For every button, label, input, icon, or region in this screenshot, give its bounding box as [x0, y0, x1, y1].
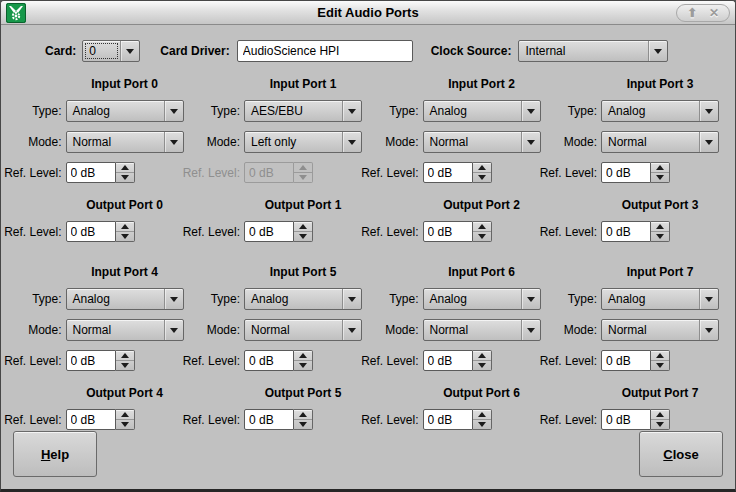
- spin-down-icon[interactable]: [651, 232, 669, 241]
- type-select[interactable]: Analog: [601, 288, 719, 310]
- spin-down-icon[interactable]: [473, 232, 491, 241]
- spin-down-icon[interactable]: [116, 173, 134, 182]
- chevron-down-icon[interactable]: [699, 289, 718, 309]
- shade-window-icon[interactable]: ⬆: [683, 5, 701, 21]
- spin-up-icon[interactable]: [294, 410, 312, 420]
- ref-level-input[interactable]: [423, 409, 473, 430]
- spin-down-icon[interactable]: [294, 361, 312, 370]
- chevron-down-icon[interactable]: [164, 289, 183, 309]
- chevron-down-icon[interactable]: [164, 101, 183, 121]
- spin-up-icon[interactable]: [651, 222, 669, 232]
- ref-level-input[interactable]: [423, 221, 473, 242]
- spin-up-icon[interactable]: [651, 351, 669, 361]
- type-select[interactable]: Analog: [601, 100, 719, 122]
- spin-up-icon[interactable]: [294, 351, 312, 361]
- type-select[interactable]: Analog: [423, 288, 541, 310]
- ref-level-input[interactable]: [601, 350, 651, 371]
- ref-level-input[interactable]: [423, 350, 473, 371]
- ref-level-input[interactable]: [66, 409, 116, 430]
- ref-level-input[interactable]: [244, 350, 294, 371]
- ref-level-input[interactable]: [66, 162, 116, 183]
- type-select[interactable]: Analog: [423, 100, 541, 122]
- mode-select[interactable]: Normal: [601, 319, 719, 341]
- card-settings-row: Card: 0 Card Driver: Clock Source: Inter…: [15, 39, 721, 63]
- chevron-down-icon[interactable]: [699, 101, 718, 121]
- spin-down-icon[interactable]: [651, 173, 669, 182]
- spin-up-icon[interactable]: [651, 163, 669, 173]
- spin-up-icon[interactable]: [116, 351, 134, 361]
- spin-down-icon[interactable]: [473, 173, 491, 182]
- ref-level-input[interactable]: [601, 221, 651, 242]
- chevron-down-icon[interactable]: [342, 289, 361, 309]
- ref-level-input[interactable]: [423, 162, 473, 183]
- input-port-2-panel: Input Port 2 Type: Analog Mode: Normal R…: [368, 77, 547, 183]
- ref-level-label: Ref. Level:: [361, 225, 418, 239]
- spin-up-icon[interactable]: [473, 222, 491, 232]
- titlebar[interactable]: Edit Audio Ports ⬆ ✕: [1, 1, 735, 25]
- close-window-icon[interactable]: ✕: [705, 5, 723, 21]
- input-port-6-panel: Input Port 6 Type: Analog Mode: Normal R…: [368, 265, 547, 371]
- ref-level-input[interactable]: [244, 409, 294, 430]
- ref-level-input[interactable]: [66, 221, 116, 242]
- mode-select[interactable]: Normal: [66, 131, 184, 153]
- chevron-down-icon[interactable]: [699, 320, 718, 340]
- type-select[interactable]: Analog: [66, 100, 184, 122]
- spin-up-icon[interactable]: [473, 163, 491, 173]
- spin-down-icon[interactable]: [294, 420, 312, 429]
- type-select[interactable]: Analog: [244, 288, 362, 310]
- spin-down-icon[interactable]: [651, 420, 669, 429]
- chevron-down-icon[interactable]: [521, 132, 540, 152]
- chevron-down-icon[interactable]: [521, 101, 540, 121]
- type-label: Type:: [211, 292, 240, 306]
- spin-down-icon[interactable]: [116, 232, 134, 241]
- chevron-down-icon[interactable]: [120, 41, 139, 61]
- spin-down-icon[interactable]: [473, 361, 491, 370]
- port-title: Output Port 6: [443, 386, 520, 400]
- spin-up-icon[interactable]: [116, 163, 134, 173]
- mode-select[interactable]: Normal: [423, 131, 541, 153]
- spin-down-icon[interactable]: [651, 361, 669, 370]
- chevron-down-icon[interactable]: [164, 132, 183, 152]
- card-driver-input[interactable]: [237, 40, 413, 62]
- type-select[interactable]: Analog: [66, 288, 184, 310]
- port-title: Input Port 4: [91, 265, 158, 279]
- chevron-down-icon[interactable]: [342, 132, 361, 152]
- clock-source-select[interactable]: Internal: [518, 40, 668, 62]
- port-title: Output Port 0: [86, 198, 163, 212]
- spin-up-icon[interactable]: [294, 222, 312, 232]
- chevron-down-icon[interactable]: [521, 320, 540, 340]
- ref-level-input[interactable]: [601, 409, 651, 430]
- port-title: Input Port 6: [448, 265, 515, 279]
- spin-up-icon[interactable]: [116, 410, 134, 420]
- spin-down-icon[interactable]: [294, 232, 312, 241]
- spin-buttons: [473, 162, 492, 183]
- spin-down-icon[interactable]: [116, 420, 134, 429]
- mode-select[interactable]: Normal: [423, 319, 541, 341]
- ref-level-input[interactable]: [601, 162, 651, 183]
- spin-down-icon[interactable]: [473, 420, 491, 429]
- chevron-down-icon[interactable]: [164, 320, 183, 340]
- spin-down-icon[interactable]: [116, 361, 134, 370]
- chevron-down-icon[interactable]: [342, 101, 361, 121]
- chevron-down-icon[interactable]: [342, 320, 361, 340]
- spin-buttons: [294, 162, 313, 183]
- mode-select[interactable]: Normal: [66, 319, 184, 341]
- card-select[interactable]: 0: [82, 40, 140, 62]
- close-button[interactable]: Close: [639, 431, 723, 477]
- spin-up-icon[interactable]: [473, 351, 491, 361]
- app-icon[interactable]: [6, 3, 26, 23]
- chevron-down-icon[interactable]: [648, 41, 667, 61]
- chevron-down-icon[interactable]: [699, 132, 718, 152]
- chevron-down-icon[interactable]: [521, 289, 540, 309]
- ref-level-label: Ref. Level:: [4, 166, 61, 180]
- ref-level-input[interactable]: [66, 350, 116, 371]
- ref-level-input[interactable]: [244, 221, 294, 242]
- spin-up-icon[interactable]: [473, 410, 491, 420]
- help-button[interactable]: Help: [13, 431, 97, 477]
- spin-up-icon[interactable]: [651, 410, 669, 420]
- type-select[interactable]: AES/EBU: [244, 100, 362, 122]
- spin-up-icon[interactable]: [116, 222, 134, 232]
- mode-select[interactable]: Normal: [601, 131, 719, 153]
- mode-select[interactable]: Left only: [244, 131, 362, 153]
- mode-select[interactable]: Normal: [244, 319, 362, 341]
